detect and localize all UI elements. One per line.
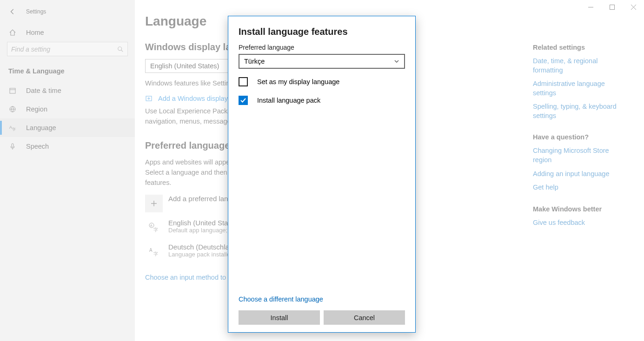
checkbox-label: Set as my display language: [257, 78, 339, 85]
chevron-down-icon: [394, 59, 399, 64]
checkbox-icon: [239, 77, 248, 86]
choose-different-link[interactable]: Choose a different language: [239, 295, 405, 303]
cancel-button[interactable]: Cancel: [324, 310, 405, 325]
dialog-language-select[interactable]: Türkçe: [239, 54, 405, 69]
checkbox-display-language[interactable]: Set as my display language: [239, 77, 405, 86]
dialog-pref-label: Preferred language: [239, 44, 405, 51]
checkbox-icon: [239, 96, 248, 105]
install-language-dialog: Install language features Preferred lang…: [228, 16, 416, 333]
install-button[interactable]: Install: [239, 310, 320, 325]
checkbox-label: Install language pack: [257, 97, 320, 104]
dialog-language-value: Türkçe: [244, 58, 265, 65]
dialog-title: Install language features: [239, 26, 405, 37]
checkbox-language-pack[interactable]: Install language pack: [239, 96, 405, 105]
